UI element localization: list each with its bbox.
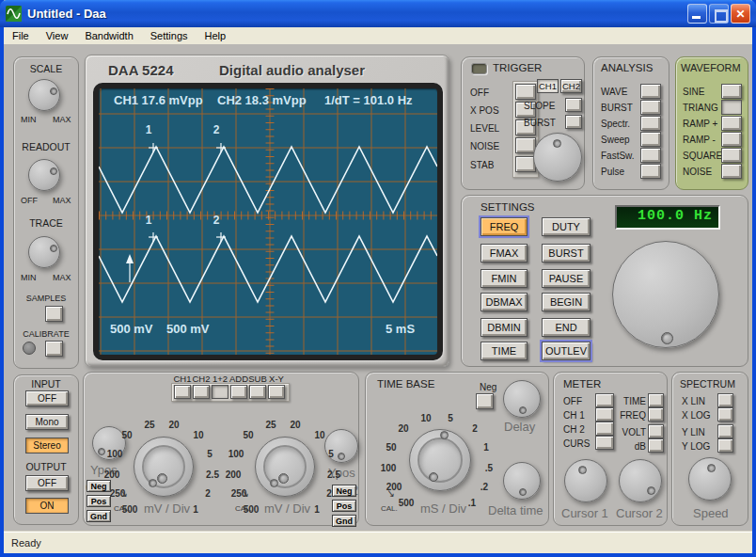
ch2-neg-button[interactable]: Neg bbox=[332, 485, 356, 497]
cursor2-knob[interactable] bbox=[619, 459, 662, 502]
analysis-pulse-button[interactable] bbox=[640, 164, 661, 179]
ch2-volts-div-knob[interactable] bbox=[255, 437, 315, 497]
meter-ch2-button[interactable] bbox=[595, 422, 614, 436]
trace-knob[interactable] bbox=[28, 236, 60, 268]
ch1-readout: CH1 17.6 mVpp bbox=[114, 93, 203, 107]
waveform-ramp-plus-button[interactable] bbox=[721, 116, 742, 131]
ch1-cal-arrow-icon: ↘ bbox=[118, 486, 129, 500]
meter-freq-button[interactable] bbox=[648, 407, 664, 422]
analysis-burst-button[interactable] bbox=[640, 100, 661, 115]
mode-xy-button[interactable] bbox=[268, 385, 285, 399]
settings-title: SETTINGS bbox=[480, 201, 535, 213]
mode-ch2-button[interactable] bbox=[193, 385, 210, 399]
input-stereo-button[interactable]: Stereo bbox=[25, 438, 69, 454]
meter-volt-button[interactable] bbox=[648, 424, 664, 438]
ch2-cal-arrow-icon: ↘ bbox=[240, 486, 250, 500]
menu-file[interactable]: File bbox=[4, 28, 38, 43]
spectrum-xlog-button[interactable] bbox=[717, 407, 733, 422]
samples-button[interactable] bbox=[45, 306, 63, 322]
waveform-sine-button[interactable] bbox=[721, 84, 742, 99]
trigger-led bbox=[471, 63, 487, 74]
waveform-square-button[interactable] bbox=[721, 148, 742, 163]
waveform-noise-button[interactable] bbox=[721, 164, 742, 179]
waveform-noise-label: NOISE bbox=[683, 167, 712, 177]
menu-bandwidth[interactable]: Bandwidth bbox=[76, 28, 141, 43]
analysis-sweep-button[interactable] bbox=[640, 132, 661, 147]
settings-outlev-button[interactable]: OUTLEV bbox=[542, 342, 591, 360]
trigger-slope-button[interactable] bbox=[565, 98, 582, 112]
settings-main-knob[interactable] bbox=[612, 241, 719, 348]
cursor2-label: Cursor 2 bbox=[616, 506, 663, 520]
settings-end-button[interactable]: END bbox=[542, 318, 591, 337]
output-on-button[interactable]: ON bbox=[25, 498, 69, 514]
trigger-off-button[interactable] bbox=[515, 84, 536, 100]
settings-duty-button[interactable]: DUTY bbox=[542, 217, 591, 236]
mode-sub-button[interactable] bbox=[249, 385, 266, 399]
calibrate-button[interactable] bbox=[45, 341, 63, 357]
app-window: Untitled - Daa ✕ File View Bandwidth Set… bbox=[0, 0, 756, 557]
maximize-button[interactable] bbox=[709, 4, 729, 24]
ch1-volts-div-knob[interactable] bbox=[134, 437, 194, 497]
timebase-neg-button[interactable] bbox=[476, 393, 494, 409]
delay-knob[interactable] bbox=[503, 380, 541, 418]
trigger-ch1-button[interactable]: CH1 bbox=[537, 79, 559, 93]
timebase-knob[interactable] bbox=[409, 429, 471, 491]
meter-curs-button[interactable] bbox=[595, 436, 614, 450]
waveform-ramp-minus-button[interactable] bbox=[721, 132, 742, 147]
input-label: INPUT bbox=[14, 378, 78, 390]
analysis-fastsw-button[interactable] bbox=[640, 148, 661, 163]
spectrum-xlin-button[interactable] bbox=[717, 393, 733, 407]
spectrum-xlog-label: X LOG bbox=[682, 410, 711, 421]
menu-view[interactable]: View bbox=[38, 28, 77, 43]
waveform-sine-label: SINE bbox=[683, 87, 704, 97]
meter-off-button[interactable] bbox=[595, 393, 614, 407]
input-off-button[interactable]: OFF bbox=[25, 390, 69, 406]
menu-settings[interactable]: Settings bbox=[142, 28, 197, 43]
trigger-ch2-button[interactable]: CH2 bbox=[560, 79, 582, 93]
waveform-triang-button[interactable] bbox=[721, 100, 742, 115]
spectrum-ylin-button[interactable] bbox=[717, 424, 733, 438]
readout-max-label: MAX bbox=[53, 196, 71, 205]
ch2-gnd-button[interactable]: Gnd bbox=[332, 515, 356, 527]
settings-fmin-button[interactable]: FMIN bbox=[480, 269, 528, 288]
minimize-button[interactable] bbox=[687, 4, 707, 24]
meter-time-button[interactable] bbox=[648, 393, 664, 407]
meter-ch1-button[interactable] bbox=[595, 407, 614, 422]
output-off-button[interactable]: OFF bbox=[25, 475, 69, 491]
speed-knob[interactable] bbox=[688, 457, 732, 501]
close-button[interactable]: ✕ bbox=[731, 4, 750, 24]
delta-time-knob[interactable] bbox=[503, 462, 541, 500]
meter-db-button[interactable] bbox=[648, 438, 664, 453]
trigger-burst-button[interactable] bbox=[565, 115, 582, 129]
analysis-wave-button[interactable] bbox=[640, 84, 661, 99]
menu-help[interactable]: Help bbox=[197, 28, 235, 43]
scope-screen: CH1 17.6 mVpp CH2 18.3 mVpp 1/dT = 101.0… bbox=[99, 88, 437, 355]
mode-ch1-button[interactable] bbox=[174, 385, 191, 399]
settings-pause-button[interactable]: PAUSE bbox=[542, 269, 591, 288]
speed-label: Speed bbox=[693, 506, 729, 520]
ch2-pos-button[interactable]: Pos bbox=[332, 500, 356, 512]
settings-freq-button[interactable]: FREQ bbox=[480, 217, 528, 236]
spectrum-ylog-button[interactable] bbox=[717, 438, 733, 453]
titlebar[interactable]: Untitled - Daa ✕ bbox=[0, 0, 756, 27]
freq-readout: 1/dT = 101.0 Hz bbox=[324, 93, 413, 107]
settings-dbmin-button[interactable]: DBMIN bbox=[480, 318, 528, 337]
readout-knob[interactable] bbox=[28, 159, 60, 191]
ch1-gnd-button[interactable]: Gnd bbox=[87, 510, 111, 522]
ch1-volts-unit-label: mV / Div bbox=[144, 501, 190, 516]
marker-2-top: 2 bbox=[213, 123, 220, 136]
cursor1-knob[interactable] bbox=[564, 459, 607, 502]
mode-add-button[interactable] bbox=[230, 385, 247, 399]
scale-knob[interactable] bbox=[28, 79, 60, 111]
ch1-pos-button[interactable]: Pos bbox=[87, 495, 111, 507]
input-mono-button[interactable]: Mono bbox=[25, 414, 69, 430]
settings-burst-button[interactable]: BURST bbox=[542, 244, 591, 263]
mode-1plus2-button[interactable] bbox=[212, 385, 228, 399]
trigger-knob[interactable] bbox=[533, 133, 582, 182]
settings-begin-button[interactable]: BEGIN bbox=[542, 293, 591, 311]
settings-dbmax-button[interactable]: DBMAX bbox=[480, 293, 528, 311]
settings-fmax-button[interactable]: FMAX bbox=[480, 244, 528, 263]
ch1-neg-button[interactable]: Neg bbox=[87, 480, 111, 492]
analysis-spectr-button[interactable] bbox=[640, 116, 661, 131]
settings-time-button[interactable]: TIME bbox=[480, 342, 528, 360]
